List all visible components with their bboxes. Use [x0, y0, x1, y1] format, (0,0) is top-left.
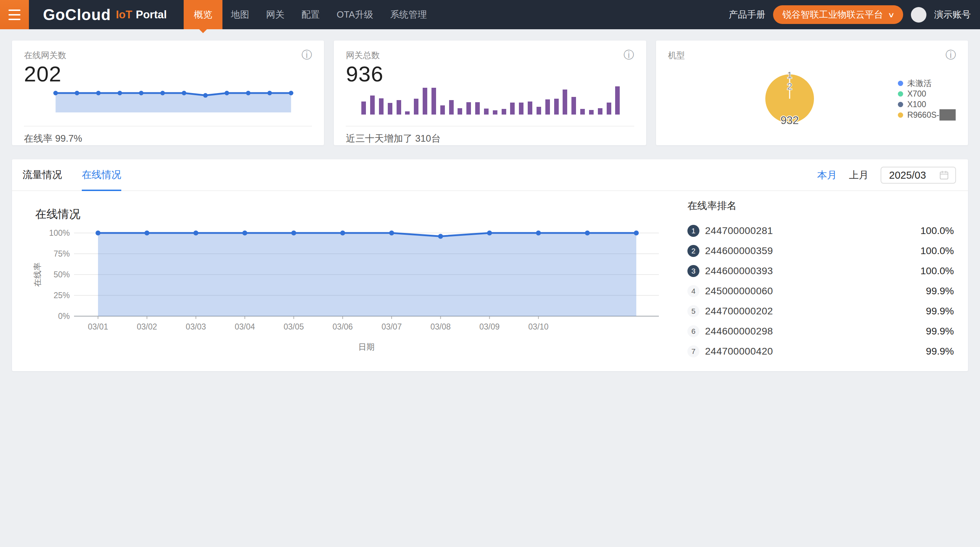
- mini-bar: [370, 95, 375, 114]
- ranking-list: 1244700000281100.0%2244600000359100.0%32…: [687, 221, 954, 361]
- svg-text:0%: 0%: [58, 312, 70, 321]
- online-rate-value: 99.9%: [926, 286, 954, 297]
- chevron-down-icon: ∨: [888, 11, 895, 19]
- mini-bar: [414, 99, 418, 114]
- brand-main: GoCloud: [43, 6, 111, 24]
- mini-bar: [502, 109, 506, 114]
- online-gateways-title: 在线网关数: [24, 50, 66, 61]
- top-nav-bar: GoCloud IoT Portal 概览地图网关配置OTA升级系统管理 产品手…: [0, 0, 980, 29]
- brand-accent: IoT: [116, 8, 132, 21]
- mini-bar: [519, 103, 523, 114]
- mini-bar: [440, 105, 445, 114]
- info-icon[interactable]: ⓘ: [945, 50, 956, 60]
- info-icon[interactable]: ⓘ: [301, 50, 312, 60]
- mini-bar: [580, 109, 585, 114]
- mini-bar: [484, 108, 488, 114]
- mini-bar: [493, 110, 497, 114]
- mini-bar: [510, 103, 515, 114]
- nav-item-地图[interactable]: 地图: [223, 0, 258, 29]
- svg-text:03/10: 03/10: [528, 322, 549, 331]
- product-manual-link[interactable]: 产品手册: [729, 8, 765, 21]
- nav-item-OTA升级[interactable]: OTA升级: [328, 0, 382, 29]
- online-rate-value: 99.9%: [926, 346, 954, 357]
- rank-badge: 6: [687, 325, 699, 337]
- period-last-month-button[interactable]: 上月: [849, 169, 869, 182]
- mini-bar: [589, 110, 593, 114]
- online-rate-footer: 在线率 99.7%: [24, 132, 312, 145]
- svg-text:在线率: 在线率: [33, 262, 42, 287]
- models-title: 机型: [668, 50, 685, 61]
- total-gateways-title: 网关总数: [346, 50, 380, 61]
- ranking-row: 1244700000281100.0%: [687, 221, 954, 241]
- info-icon[interactable]: ⓘ: [624, 50, 634, 60]
- ranking-row: 524470000020299.9%: [687, 301, 954, 321]
- period-controls: 本月 上月 2025/03: [817, 159, 956, 191]
- ranking-row: 3244600000393100.0%: [687, 261, 954, 281]
- legend-item-X700[interactable]: X700: [898, 89, 956, 99]
- mini-bar: [396, 100, 401, 114]
- nav-item-网关[interactable]: 网关: [258, 0, 293, 29]
- svg-text:03/07: 03/07: [382, 322, 402, 331]
- mini-bar: [598, 108, 603, 114]
- tab-在线情况[interactable]: 在线情况: [82, 159, 121, 190]
- mini-bar: [475, 102, 480, 114]
- ranking-row: 724470000042099.9%: [687, 341, 954, 361]
- mini-bar: [615, 86, 620, 114]
- online-gateways-value: 202: [24, 62, 312, 86]
- main-nav-menu: 概览地图网关配置OTA升级系统管理: [184, 0, 435, 29]
- section-tabs: 流量情况在线情况: [22, 159, 141, 190]
- total-gateways-value: 936: [346, 62, 634, 86]
- legend-item-R9660S-[interactable]: R9660S-: [898, 110, 956, 120]
- device-serial: 244600000393: [705, 266, 773, 277]
- nav-item-系统管理[interactable]: 系统管理: [382, 0, 435, 29]
- svg-text:03/04: 03/04: [235, 322, 255, 331]
- nav-item-概览[interactable]: 概览: [184, 0, 223, 29]
- avatar[interactable]: [911, 7, 926, 22]
- online-rate-chart: 100%75%50%25%0%03/0103/0203/0303/0403/05…: [22, 212, 660, 360]
- legend-item-未激活[interactable]: 未激活: [898, 78, 956, 89]
- total-gateways-bar-chart: [361, 86, 620, 114]
- mini-bar: [458, 108, 462, 114]
- mini-bar: [361, 102, 366, 114]
- svg-text:03/08: 03/08: [430, 322, 451, 331]
- mini-bar: [388, 103, 392, 114]
- legend-item-X100[interactable]: X100: [898, 99, 956, 110]
- divider: [24, 126, 312, 127]
- device-serial: 244700000281: [705, 225, 773, 237]
- platform-selector-button[interactable]: 锐谷智联工业物联云平台 ∨: [773, 5, 903, 24]
- nav-item-配置[interactable]: 配置: [293, 0, 328, 29]
- mini-bar: [545, 99, 550, 114]
- models-card: 机型 ⓘ 12932 未激活X700X100R9660S-: [656, 41, 968, 145]
- device-serial: 244700000420: [705, 346, 773, 357]
- rank-badge: 1: [687, 225, 699, 237]
- month-picker-input[interactable]: 2025/03: [881, 167, 956, 184]
- mini-bar: [554, 99, 559, 114]
- legend-label: X100: [907, 100, 926, 109]
- legend-dot: [898, 91, 903, 97]
- mini-bar: [528, 102, 532, 114]
- rank-badge: 3: [687, 265, 699, 277]
- online-gateways-sparkline: [45, 91, 301, 113]
- models-pie-chart: 12932: [751, 60, 829, 137]
- divider: [346, 126, 634, 127]
- calendar-icon: [939, 170, 949, 180]
- rank-badge: 7: [687, 345, 699, 358]
- svg-text:2: 2: [787, 81, 792, 92]
- period-this-month-button[interactable]: 本月: [817, 169, 837, 182]
- ranking-row: 2244600000359100.0%: [687, 241, 954, 261]
- legend-label: 未激活: [907, 78, 932, 89]
- ranking-title: 在线率排名: [687, 200, 954, 211]
- mini-bar: [449, 100, 454, 114]
- section-tab-row: 流量情况在线情况 本月 上月 2025/03: [12, 159, 968, 191]
- svg-text:03/02: 03/02: [137, 322, 157, 331]
- brand-suffix: Portal: [136, 8, 167, 21]
- svg-text:日期: 日期: [358, 342, 375, 351]
- svg-text:75%: 75%: [54, 249, 70, 258]
- mini-bar: [466, 102, 471, 114]
- tab-流量情况[interactable]: 流量情况: [22, 159, 62, 190]
- hamburger-menu-icon[interactable]: [0, 0, 29, 29]
- device-serial: 244600000298: [705, 326, 773, 337]
- total-gateways-card: 网关总数 ⓘ 936 近三十天增加了 310台: [334, 41, 646, 145]
- rank-badge: 2: [687, 245, 699, 257]
- account-name: 演示账号: [934, 8, 971, 21]
